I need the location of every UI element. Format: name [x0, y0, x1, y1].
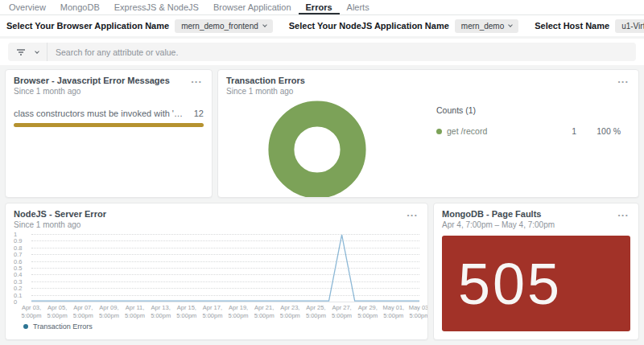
donut-legend: Counts (1) get /record 1 100 %	[436, 105, 621, 136]
chevron-down-icon	[508, 23, 513, 27]
line-chart-area: 10.90.80.70.60.50.40.30.20.10	[14, 234, 419, 302]
tab-errors[interactable]: Errors	[299, 0, 340, 14]
panel-title: Transaction Errors	[226, 76, 305, 85]
panel-menu-button[interactable]: ...	[616, 76, 630, 84]
panel-transaction-errors: Transaction Errors Since 1 month ago ...…	[217, 69, 639, 198]
panel-grid: Browser - Javascript Error Messages Sinc…	[0, 65, 644, 345]
error-message-count: 12	[194, 109, 204, 118]
x-tick-label: Apr 21,5:00pm	[254, 304, 275, 320]
search-bar	[8, 43, 636, 61]
x-tick-label: Apr 17,5:00pm	[202, 304, 222, 320]
y-tick-label: 0	[14, 298, 17, 306]
error-count-bar	[14, 123, 204, 127]
y-axis-labels: 10.90.80.70.60.50.40.30.20.10	[14, 234, 31, 302]
panel-menu-button[interactable]: ...	[405, 209, 419, 218]
donut-chart	[266, 99, 368, 198]
host-select-value: u1-VirtualBox	[621, 22, 644, 31]
nodejs-app-filter-label: Select Your NodeJS Application Name	[289, 21, 449, 31]
tab-browser-application[interactable]: Browser Application	[206, 0, 299, 14]
x-tick-label: Apr 25,5:00pm	[306, 304, 326, 320]
x-axis-labels: Apr 03,5:00pmApr 05,5:00pmApr 07,5:00pmA…	[31, 304, 419, 319]
chevron-down-icon	[35, 49, 39, 54]
x-tick-label: Apr 19,5:00pm	[229, 304, 249, 320]
panel-mongodb-page-faults: MongoDB - Page Faults Apr 4, 7:00pm – Ma…	[433, 203, 639, 340]
chevron-down-icon	[262, 23, 267, 27]
filter-menu-button[interactable]	[8, 43, 47, 61]
panel-js-error-messages: Browser - Javascript Error Messages Sinc…	[5, 69, 213, 198]
panel-menu-button[interactable]: ...	[616, 209, 630, 218]
nodejs-app-select[interactable]: mern_demo	[455, 19, 518, 33]
page-faults-billboard: 505	[442, 236, 630, 331]
x-tick-label: Apr 15,5:00pm	[176, 304, 196, 320]
panel-title: NodeJS - Server Error	[14, 209, 106, 219]
x-tick-label: Apr 23,5:00pm	[280, 304, 300, 320]
x-tick-label: Apr 27,5:00pm	[332, 304, 352, 320]
legend-label: get /record	[447, 126, 544, 136]
search-input[interactable]	[47, 47, 636, 57]
series-legend-label: Transaction Errors	[33, 322, 93, 331]
tab-alerts[interactable]: Alerts	[340, 0, 377, 14]
x-tick-label: Apr 03,5:00pm	[21, 304, 41, 320]
funnel-icon	[16, 48, 26, 56]
panel-menu-button[interactable]: ...	[189, 76, 204, 84]
panel-subtitle: Since 1 month ago	[14, 87, 170, 96]
browser-app-filter-label: Select Your Browser Application Name	[6, 21, 169, 31]
x-tick-label: Apr 11,5:00pm	[125, 304, 145, 320]
legend-dot-icon	[436, 129, 442, 134]
host-filter-label: Select Host Name	[535, 21, 609, 31]
legend-item-get-record[interactable]: get /record 1 100 %	[436, 126, 621, 136]
x-tick-label: May 03,5:00pm	[409, 304, 428, 320]
panel-title: Browser - Javascript Error Messages	[14, 76, 170, 85]
transaction-errors-line	[31, 234, 419, 302]
panel-subtitle: Since 1 month ago	[14, 220, 106, 229]
host-select[interactable]: u1-VirtualBox	[615, 19, 644, 33]
panel-subtitle: Apr 4, 7:00pm – May 4, 7:00pm	[442, 220, 555, 229]
x-tick-label: Apr 05,5:00pm	[47, 304, 68, 320]
legend-title: Counts (1)	[436, 105, 621, 115]
tab-bar: OverviewMongoDBExpressJS & NodeJSBrowser…	[0, 0, 644, 15]
x-tick-label: Apr 29,5:00pm	[357, 304, 378, 320]
x-tick-label: Apr 13,5:00pm	[151, 304, 171, 320]
x-tick-label: Apr 07,5:00pm	[73, 304, 93, 320]
panel-title: MongoDB - Page Faults	[442, 209, 555, 219]
x-tick-label: May 01,5:00pm	[383, 304, 405, 320]
x-tick-label: Apr 09,5:00pm	[99, 304, 119, 320]
search-bar-section	[0, 39, 644, 65]
tab-overview[interactable]: Overview	[2, 0, 53, 14]
legend-count: 1	[544, 126, 576, 136]
nodejs-app-select-value: mern_demo	[461, 22, 504, 31]
gridline	[31, 302, 419, 302]
legend-dot-icon	[23, 324, 28, 329]
donut-chart-area: Counts (1) get /record 1 100 %	[226, 94, 630, 197]
legend-percent: 100 %	[576, 126, 621, 136]
error-message-label: class constructors must be invoked with …	[14, 109, 186, 118]
error-message-row[interactable]: class constructors must be invoked with …	[14, 109, 204, 118]
series-legend-transaction-errors[interactable]: Transaction Errors	[23, 322, 419, 331]
browser-app-select[interactable]: mern_demo_frontend	[175, 19, 273, 33]
page-faults-value: 505	[458, 255, 562, 313]
tab-expressjs-nodejs[interactable]: ExpressJS & NodeJS	[107, 0, 206, 14]
tab-mongodb[interactable]: MongoDB	[53, 0, 107, 14]
filter-bar: Select Your Browser Application Name mer…	[0, 15, 644, 36]
browser-app-select-value: mern_demo_frontend	[181, 22, 258, 31]
line-chart-plot	[31, 234, 419, 302]
dashboard-page: Browser - Javascript Error Messages Sinc…	[0, 36, 644, 345]
panel-nodejs-server-error: NodeJS - Server Error Since 1 month ago …	[5, 203, 428, 340]
